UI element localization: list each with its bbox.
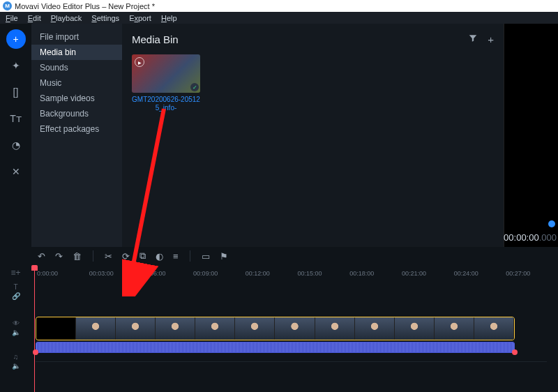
add-media-icon[interactable]: + — [488, 33, 494, 45]
track-rail: ≡+ T 🔗 👁 🔈 ♫ 🔈 — [0, 265, 31, 392]
titles-tool-icon[interactable]: Tᴛ — [6, 109, 26, 128]
import-sidebar: File import Media bin Sounds Music Sampl… — [31, 24, 122, 247]
ruler-tick: 00:21:00 — [402, 270, 454, 277]
media-bin-panel: Media Bin + ▶ ✓ GMT20200626-205125_info- — [122, 24, 504, 247]
app-logo-icon: M — [3, 1, 12, 10]
rotate-icon[interactable]: ⟳ — [122, 251, 130, 262]
split-icon[interactable]: ✂ — [105, 251, 112, 262]
menu-settings[interactable]: Settings — [89, 14, 122, 22]
show-track-icon[interactable]: 👁 — [13, 319, 20, 327]
crop-icon[interactable]: ⧉ — [140, 250, 146, 262]
undo-icon[interactable]: ↶ — [38, 251, 45, 262]
clip-handle-left[interactable] — [33, 349, 38, 355]
menu-edit[interactable]: Edit — [25, 14, 44, 22]
clip-properties-icon[interactable]: ≡ — [173, 251, 179, 262]
ruler-tick: 00:27:00 — [506, 270, 558, 277]
transitions-tool-icon[interactable]: [] — [6, 82, 26, 102]
music-track[interactable] — [36, 361, 547, 372]
sidebar-item-media-bin[interactable]: Media bin — [31, 45, 122, 60]
sidebar-item-file-import[interactable]: File import — [31, 29, 122, 45]
tool-rail: + ✦ [] Tᴛ ◔ ✕ — [0, 24, 31, 247]
sidebar-item-backgrounds[interactable]: Backgrounds — [31, 106, 122, 121]
mute-track-icon[interactable]: 🔈 — [12, 329, 20, 336]
filters-tool-icon[interactable]: ✦ — [6, 56, 26, 75]
mute-audio-icon[interactable]: 🔈 — [12, 362, 20, 370]
playhead[interactable] — [34, 265, 35, 392]
playhead-dot-icon[interactable] — [548, 220, 555, 227]
window-title: Movavi Video Editor Plus – New Project * — [15, 2, 155, 10]
marker-icon[interactable]: ⚑ — [220, 251, 228, 262]
menu-export[interactable]: Export — [126, 14, 154, 22]
separator — [190, 250, 190, 262]
media-clip-label: GMT20200626-205125_info- — [132, 96, 200, 112]
link-track-icon[interactable]: 🔗 — [12, 292, 20, 300]
media-bin-title: Media Bin — [132, 33, 179, 45]
delete-icon[interactable]: 🗑 — [73, 251, 82, 262]
ruler-tick: 00:12:00 — [246, 270, 298, 277]
preview-panel: 00:00:00.000 — [504, 24, 558, 247]
audio-track-icon[interactable]: ♫ — [13, 353, 19, 361]
ruler-tick: 00:09:00 — [193, 270, 246, 277]
ruler-tick: 00:24:00 — [454, 270, 506, 277]
sidebar-item-sample-videos[interactable]: Sample videos — [31, 91, 122, 106]
sidebar-item-music[interactable]: Music — [31, 75, 122, 91]
ruler-tick: 00:03:00 — [89, 270, 142, 277]
color-adjust-icon[interactable]: ◐ — [156, 251, 163, 262]
title-track-icon[interactable]: T — [13, 283, 17, 291]
menu-help[interactable]: Help — [158, 14, 180, 22]
ruler-tick: 00:06:00 — [141, 270, 193, 277]
import-tool-icon[interactable]: + — [6, 29, 26, 49]
separator — [93, 250, 93, 262]
ruler-tick: 0:00:00 — [37, 270, 89, 277]
ruler-tick: 00:18:00 — [349, 270, 402, 277]
timeline-toolbar: ↶ ↷ 🗑 ✂ ⟳ ⧉ ◐ ≡ ▭ ⚑ — [0, 247, 558, 265]
more-tools-icon[interactable]: ✕ — [6, 162, 26, 181]
record-icon[interactable]: ▭ — [202, 251, 210, 262]
sidebar-item-sounds[interactable]: Sounds — [31, 60, 122, 75]
timeline[interactable]: 0:00:00 00:03:00 00:06:00 00:09:00 00:12… — [31, 265, 558, 392]
preview-timecode: 00:00:00.000 — [504, 232, 557, 243]
menu-file[interactable]: File — [3, 14, 21, 22]
play-overlay-icon: ▶ — [135, 57, 144, 67]
video-clip[interactable] — [36, 317, 515, 353]
clip-handle-right[interactable] — [512, 349, 518, 355]
used-check-icon: ✓ — [190, 83, 199, 91]
audio-waveform[interactable] — [36, 342, 515, 353]
menu-bar: File Edit Playback Settings Export Help — [0, 12, 558, 24]
window-titlebar: M Movavi Video Editor Plus – New Project… — [0, 0, 558, 12]
sidebar-item-effect-packages[interactable]: Effect packages — [31, 121, 122, 137]
ruler-tick: 00:15:00 — [298, 270, 350, 277]
filter-icon[interactable] — [468, 33, 478, 45]
time-ruler[interactable]: 0:00:00 00:03:00 00:06:00 00:09:00 00:12… — [31, 265, 558, 278]
stickers-tool-icon[interactable]: ◔ — [6, 135, 26, 155]
media-clip-thumb[interactable]: ▶ ✓ GMT20200626-205125_info- — [132, 54, 200, 112]
add-track-icon[interactable]: ≡+ — [8, 266, 24, 279]
redo-icon[interactable]: ↷ — [55, 251, 63, 262]
menu-playback[interactable]: Playback — [48, 14, 85, 22]
